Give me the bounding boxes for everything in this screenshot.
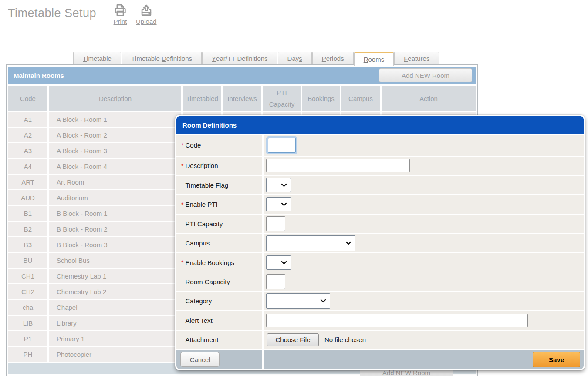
attachment-file-input: Choose FileNo file chosen: [266, 333, 366, 346]
room-code-cell: BU: [8, 253, 47, 268]
room-description-cell: School Bus: [49, 253, 181, 268]
room-description-cell: B Block - Room 3: [49, 237, 181, 252]
tab-days[interactable]: Days: [278, 52, 312, 64]
room-code-cell: cha: [8, 300, 47, 315]
description-input[interactable]: [266, 159, 410, 172]
code-input[interactable]: [268, 138, 296, 153]
modal-form: * Code * Description * Timetable Flag * …: [176, 134, 584, 349]
modal-footer-right: Save: [264, 350, 584, 369]
field-label: * PTI Capacity: [176, 215, 262, 233]
room-description-cell: B Block - Room 2: [49, 222, 181, 236]
form-row-enable-bookings: * Enable Bookings: [176, 253, 584, 272]
upload-link[interactable]: Upload: [136, 2, 157, 25]
timetable-flag-select[interactable]: [266, 178, 291, 192]
room-description-cell: B Block - Room 1: [49, 206, 181, 221]
column-header-action: Action: [382, 86, 476, 111]
field-area: [264, 195, 584, 213]
enable-bookings-select[interactable]: [266, 255, 291, 270]
room-description-cell: A Block - Room 4: [49, 159, 181, 174]
room-code-cell: LIB: [8, 316, 47, 330]
room-code-cell: P1: [8, 331, 47, 346]
printer-icon: [112, 2, 129, 18]
tab-timetable-definitions[interactable]: Timetable Definitions: [122, 52, 202, 64]
modal-footer-left: Cancel: [176, 350, 262, 369]
field-area: [264, 292, 584, 310]
required-asterisk: *: [181, 259, 183, 266]
alert-text-input[interactable]: [266, 314, 528, 327]
modal-title: Room Definitions: [176, 116, 584, 134]
chevron-down-icon: [345, 241, 351, 245]
toolbar: Print Upload: [112, 2, 157, 25]
tab-year-tt-definitions[interactable]: Year/TT Definitions: [202, 52, 277, 64]
room-description-cell: Chapel: [49, 300, 181, 315]
table-header-row: CodeDescriptionTimetabledInterviewsPTI C…: [8, 86, 476, 111]
enable-pti-select[interactable]: [266, 197, 291, 212]
field-area: [264, 215, 584, 233]
room-description-cell: Chemestry Lab 2: [49, 284, 181, 299]
required-asterisk: *: [181, 201, 183, 208]
room-description-cell: A Block - Room 3: [49, 143, 181, 158]
campus-select[interactable]: [266, 235, 355, 251]
room-code-cell: B1: [8, 206, 47, 221]
tab-rooms[interactable]: Rooms: [354, 52, 394, 66]
modal-footer: Cancel Save: [176, 350, 584, 369]
form-row-pti-capacity: * PTI Capacity: [176, 215, 584, 233]
room-description-cell: A Block - Room 2: [49, 128, 181, 142]
column-header-interviews: Interviews: [223, 86, 261, 111]
tab-timetable[interactable]: Timetable: [73, 52, 121, 64]
field-label: * Description: [176, 157, 262, 175]
print-link[interactable]: Print: [112, 2, 129, 25]
field-area: [264, 176, 584, 194]
form-row-alert-text: * Alert Text: [176, 311, 584, 329]
column-header-code: Code: [8, 86, 47, 111]
column-header-pti-capacity: PTI Capacity: [263, 86, 301, 111]
top-bar: Timetable Setup Print: [0, 0, 588, 27]
form-row-timetable-flag: * Timetable Flag: [176, 176, 584, 194]
column-header-description: Description: [49, 86, 181, 111]
tab-bar: TimetableTimetable DefinitionsYear/TT De…: [73, 52, 439, 66]
room-capacity-input[interactable]: [266, 274, 285, 289]
form-row-description: * Description: [176, 157, 584, 175]
form-row-campus: * Campus: [176, 234, 584, 252]
cancel-button[interactable]: Cancel: [180, 352, 220, 367]
room-code-cell: B3: [8, 237, 47, 252]
upload-icon: [138, 2, 155, 18]
field-label: * Campus: [176, 234, 262, 252]
panel-header: Maintain Rooms Add NEW Room: [8, 67, 476, 84]
save-button[interactable]: Save: [533, 352, 580, 367]
field-area: Choose FileNo file chosen: [264, 331, 584, 349]
choose-file-button[interactable]: Choose File: [267, 333, 319, 346]
category-select[interactable]: [266, 293, 330, 309]
field-area: [264, 272, 584, 291]
room-code-cell: A1: [8, 112, 47, 127]
form-row-attachment: * Attachment Choose FileNo file chosen: [176, 331, 584, 349]
upload-label: Upload: [136, 18, 157, 25]
field-area: [264, 311, 584, 329]
column-header-timetabled: Timetabled: [183, 86, 221, 111]
form-row-code: * Code: [176, 135, 584, 156]
room-description-cell: Art Room: [49, 175, 181, 189]
field-label: * Category: [176, 292, 262, 310]
field-label: * Code: [176, 135, 262, 156]
chevron-down-icon: [281, 261, 287, 265]
tab-features[interactable]: Features: [394, 52, 439, 64]
room-definitions-modal: Room Definitions * Code * Description * …: [175, 115, 585, 370]
form-row-enable-pti: * Enable PTI: [176, 195, 584, 213]
field-area: [264, 135, 584, 156]
pti-capacity-input[interactable]: [266, 216, 285, 231]
room-code-cell: CH2: [8, 284, 47, 299]
column-header-bookings: Bookings: [302, 86, 340, 111]
field-label: * Alert Text: [176, 311, 262, 329]
field-area: [264, 234, 584, 252]
column-header-campus: Campus: [341, 86, 380, 111]
tab-periods[interactable]: Periods: [312, 52, 354, 64]
panel-title: Maintain Rooms: [8, 72, 64, 79]
room-code-cell: A2: [8, 128, 47, 142]
room-code-cell: A4: [8, 159, 47, 174]
field-label: * Enable Bookings: [176, 253, 262, 272]
room-description-cell: Auditorium: [49, 190, 181, 205]
chevron-down-icon: [281, 202, 287, 206]
chevron-down-icon: [320, 299, 326, 303]
add-new-room-button[interactable]: Add NEW Room: [379, 68, 472, 82]
form-row-room-capacity: * Room Capacity: [176, 272, 584, 291]
